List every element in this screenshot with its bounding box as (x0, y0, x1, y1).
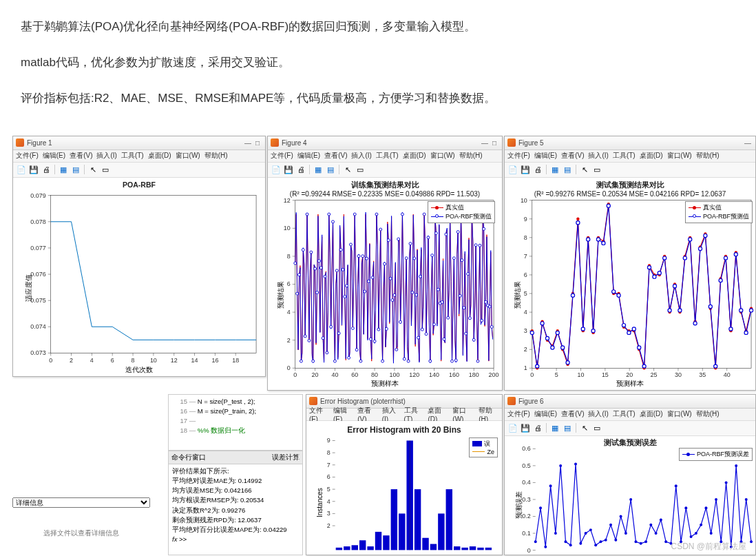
command-window[interactable]: 命令行窗口误差计算 评价结果如下所示:平均绝对误差MAE为: 0.14992均方… (168, 451, 303, 555)
svg-rect-272 (532, 200, 751, 368)
svg-point-372 (617, 294, 620, 297)
svg-point-459 (579, 542, 582, 544)
svg-point-476 (664, 540, 667, 543)
svg-text:2: 2 (524, 346, 527, 353)
fig6-toolbar[interactable]: 📄💾🖨▦▤↖▭ (505, 421, 755, 436)
svg-point-215 (434, 231, 437, 234)
svg-text:5: 5 (524, 290, 527, 297)
svg-text:20: 20 (626, 371, 633, 378)
svg-point-481 (690, 535, 693, 538)
details-select[interactable]: 详细信息 (12, 497, 150, 508)
svg-point-247 (467, 272, 470, 275)
svg-point-482 (695, 532, 697, 535)
svg-text:15: 15 (602, 371, 609, 378)
svg-point-93 (314, 267, 317, 270)
svg-text:10: 10 (578, 371, 585, 378)
svg-point-141 (361, 254, 364, 257)
fig6-menubar[interactable]: 文件(F)编辑(E)查看(V)插入(I)工具(T)桌面(D)窗口(W)帮助(H) (505, 409, 755, 421)
fig1-xlabel: 迭代次数 (13, 365, 265, 375)
svg-point-469 (629, 498, 632, 501)
svg-rect-415 (336, 547, 342, 550)
svg-point-389 (704, 234, 707, 237)
svg-point-145 (366, 257, 368, 260)
fig4-legend: 真实值 POA-RBF预测值 (428, 201, 495, 223)
svg-point-475 (660, 518, 662, 521)
errhist-menubar[interactable]: 文件(F)编辑(E)查看(V)插入(I)工具(T)桌面(D)窗口(W)帮助(H) (306, 409, 502, 421)
fig5-title: Figure 5 (518, 139, 544, 147)
svg-text:2: 2 (327, 522, 330, 529)
svg-point-462 (594, 544, 597, 546)
svg-point-89 (310, 251, 313, 254)
fig1-menubar[interactable]: 文件(F)编辑(E)查看(V)插入(I)工具(T)桌面(D)窗口(W)帮助(H) (13, 150, 265, 163)
svg-point-464 (605, 538, 607, 541)
svg-point-151 (371, 276, 374, 278)
svg-point-189 (409, 242, 412, 245)
svg-text:8: 8 (132, 357, 135, 364)
svg-point-269 (488, 305, 491, 308)
svg-point-384 (678, 308, 682, 311)
svg-rect-417 (352, 545, 358, 550)
window-buttons[interactable]: —□ (243, 139, 262, 147)
svg-point-465 (609, 523, 612, 526)
svg-point-485 (710, 532, 713, 535)
svg-point-155 (375, 213, 378, 216)
svg-rect-428 (438, 513, 444, 550)
svg-text:0.073: 0.073 (30, 349, 45, 356)
editor-snippet: 15 — N = size(P_test , 2);16 — M = size(… (168, 394, 303, 451)
svg-text:0: 0 (530, 371, 534, 378)
svg-text:0: 0 (527, 546, 531, 553)
svg-point-371 (612, 289, 616, 293)
svg-point-257 (476, 360, 479, 362)
svg-point-375 (632, 327, 636, 330)
svg-text:160: 160 (449, 371, 459, 378)
new-icon[interactable]: 📄 (16, 164, 27, 175)
svg-point-362 (566, 360, 569, 364)
svg-point-187 (407, 360, 410, 362)
svg-point-99 (319, 266, 322, 269)
svg-point-364 (576, 220, 580, 224)
svg-text:25: 25 (651, 371, 658, 378)
pointer-icon[interactable]: ↖ (87, 164, 98, 175)
svg-point-87 (308, 339, 311, 342)
svg-point-263 (483, 227, 485, 230)
svg-text:4: 4 (327, 497, 330, 504)
svg-point-207 (427, 236, 430, 238)
svg-text:60: 60 (351, 371, 358, 378)
svg-point-367 (591, 329, 595, 332)
svg-point-470 (634, 540, 637, 543)
svg-point-483 (700, 523, 702, 526)
svg-point-153 (373, 340, 376, 342)
svg-text:0.074: 0.074 (30, 323, 45, 330)
fig5-menubar[interactable]: 文件(F)编辑(E)查看(V)插入(I)工具(T)桌面(D)窗口(W)帮助(H) (505, 150, 755, 163)
svg-point-490 (735, 464, 737, 466)
fig1-titlebar[interactable]: Figure 1 —□ (13, 136, 265, 150)
save-icon[interactable]: 💾 (28, 164, 39, 175)
svg-text:5: 5 (327, 486, 330, 493)
print-icon[interactable]: 🖨 (41, 164, 52, 175)
fig4-menubar[interactable]: 文件(F)编辑(E)查看(V)插入(I)工具(T)桌面(D)窗口(W)帮助(H) (268, 150, 502, 163)
fig5-toolbar[interactable]: 📄💾🖨▦▤↖▭ (505, 163, 755, 178)
svg-text:120: 120 (409, 371, 419, 378)
svg-point-271 (490, 325, 493, 328)
fig1-chart-title: POA-RBF (13, 181, 265, 189)
svg-point-379 (653, 275, 656, 278)
svg-point-85 (306, 213, 308, 216)
svg-text:9: 9 (524, 215, 527, 222)
rect-icon[interactable]: ▭ (100, 164, 111, 175)
svg-point-149 (369, 338, 372, 340)
fig1-toolbar[interactable]: 📄 💾 🖨 ▦ ▤ ↖ ▭ (13, 163, 265, 178)
svg-point-173 (393, 294, 396, 296)
fig4-toolbar[interactable]: 📄💾🖨 ▦▤ ↖▭ (268, 163, 502, 178)
svg-point-157 (377, 328, 380, 331)
grid2-icon[interactable]: ▤ (70, 164, 81, 175)
svg-text:6: 6 (524, 271, 527, 278)
svg-point-378 (647, 265, 651, 269)
svg-point-161 (381, 360, 384, 362)
svg-point-253 (472, 338, 475, 341)
svg-point-203 (423, 213, 426, 216)
grid-icon[interactable]: ▦ (58, 164, 69, 175)
details-hint: 选择文件以查看详细信息 (12, 528, 150, 538)
svg-text:3: 3 (524, 327, 527, 334)
svg-point-117 (337, 331, 340, 334)
svg-point-259 (479, 244, 481, 247)
